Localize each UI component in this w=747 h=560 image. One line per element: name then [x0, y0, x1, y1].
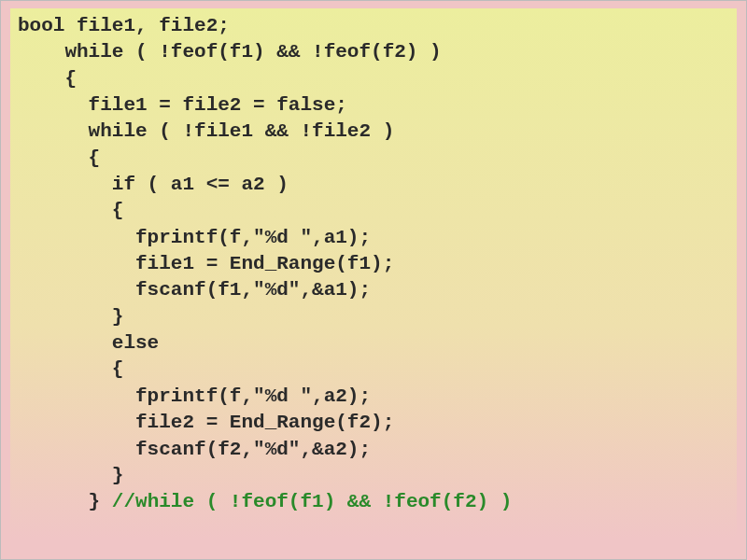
code-line: } — [10, 463, 737, 489]
code-line: } //while ( !feof(f1) && !feof(f2) ) — [10, 489, 737, 515]
code-line: fprintf(f,"%d ",a1); — [10, 225, 737, 251]
code-line: else — [10, 330, 737, 357]
code-line: while ( !feof(f1) && !feof(f2) ) — [10, 39, 737, 65]
code-line: { — [10, 146, 737, 172]
code-line: while ( !file1 && !file2 ) — [10, 119, 737, 145]
code-line: fscanf(f1,"%d",&a1); — [10, 277, 737, 303]
code-line: file1 = End_Range(f1); — [10, 251, 737, 277]
code-line: } — [10, 304, 737, 330]
code-line: fprintf(f,"%d ",a2); — [10, 384, 737, 410]
code-line: { — [10, 198, 737, 224]
code-line: file2 = End_Range(f2); — [10, 410, 737, 436]
code-line: fscanf(f2,"%d",&a2); — [10, 437, 737, 463]
code-block: bool file1, file2; while ( !feof(f1) && … — [10, 8, 737, 539]
code-line: file1 = file2 = false; — [10, 92, 737, 119]
code-line: if ( a1 <= a2 ) — [10, 172, 737, 198]
code-line: bool file1, file2; — [10, 13, 737, 39]
code-line: { — [10, 357, 737, 383]
code-text: } — [18, 491, 112, 512]
code-line: { — [10, 66, 737, 92]
code-comment: //while ( !feof(f1) && !feof(f2) ) — [112, 491, 512, 512]
